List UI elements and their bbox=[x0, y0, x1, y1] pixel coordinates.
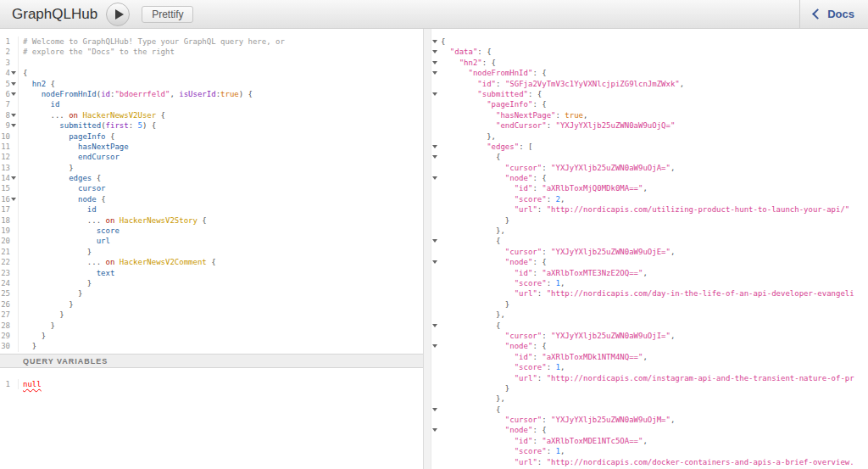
code-text: { bbox=[23, 68, 27, 78]
code-token: : { bbox=[477, 47, 491, 56]
code-token: : bbox=[547, 121, 556, 130]
variables-editor[interactable]: 1null bbox=[0, 368, 423, 469]
code-text: id bbox=[23, 99, 59, 109]
code-text: } bbox=[23, 288, 82, 299]
code-text: "cursor": "YXJyYXljb25uZWN0aW9uOjA=", bbox=[441, 163, 675, 173]
fold-toggle[interactable] bbox=[431, 173, 441, 183]
fold-toggle[interactable] bbox=[10, 173, 19, 183]
fold-toggle[interactable] bbox=[10, 89, 19, 99]
fold-gutter bbox=[10, 379, 19, 389]
code-token: on bbox=[106, 216, 115, 225]
code-token: endCursor bbox=[78, 153, 120, 161]
code-token bbox=[441, 447, 515, 455]
code-token: ... bbox=[87, 216, 106, 225]
code-token: : bbox=[129, 121, 138, 130]
line-number: 2 bbox=[0, 47, 10, 57]
code-line: 26 } bbox=[0, 299, 423, 310]
prettify-button[interactable]: Prettify bbox=[142, 6, 193, 23]
fold-toggle[interactable] bbox=[431, 257, 441, 267]
line-number: 23 bbox=[0, 268, 10, 278]
fold-gutter bbox=[10, 226, 19, 236]
fold-toggle[interactable] bbox=[431, 405, 441, 415]
fold-toggle[interactable] bbox=[431, 321, 441, 331]
code-token: "aXRlbToxMDk1NTM4NQ==" bbox=[542, 353, 643, 361]
code-line: }, bbox=[431, 310, 868, 320]
fold-toggle[interactable] bbox=[10, 79, 19, 89]
code-line: 17 id bbox=[0, 204, 423, 215]
fold-gutter bbox=[431, 79, 441, 89]
code-text: "url": "http://nordicapis.com/day-in-the… bbox=[441, 288, 854, 299]
fold-toggle[interactable] bbox=[431, 89, 441, 99]
line-number: 28 bbox=[0, 321, 10, 331]
fold-toggle[interactable] bbox=[10, 120, 19, 131]
fold-arrow-icon bbox=[11, 176, 16, 180]
fold-toggle[interactable] bbox=[431, 152, 441, 162]
code-token: "submitted" bbox=[477, 90, 528, 98]
fold-toggle[interactable] bbox=[10, 110, 19, 120]
code-token: { bbox=[156, 111, 165, 120]
docs-button[interactable]: Docs bbox=[799, 0, 868, 28]
code-line: "nodeFromHnId": { bbox=[431, 68, 868, 78]
code-token: "YXJyYXljb25uZWN0aW9uOjM=" bbox=[551, 416, 670, 424]
fold-toggle[interactable] bbox=[431, 68, 441, 78]
code-text: "id": "SGFja2VyTmV3c1YyVXNlcjpiZG9lcnJmZ… bbox=[441, 79, 684, 89]
code-text: } bbox=[441, 299, 509, 310]
code-token: , bbox=[560, 363, 565, 371]
code-token: isUserId bbox=[179, 90, 215, 98]
fold-gutter bbox=[431, 215, 441, 226]
code-token: } bbox=[78, 289, 82, 298]
code-token: , bbox=[560, 447, 565, 455]
code-text: } bbox=[23, 163, 74, 173]
fold-toggle[interactable] bbox=[431, 142, 441, 152]
code-token: : { bbox=[532, 69, 546, 77]
fold-toggle[interactable] bbox=[431, 58, 441, 68]
code-token bbox=[441, 59, 459, 67]
query-variables-header[interactable]: QUERY VARIABLES bbox=[0, 354, 423, 368]
code-token: id bbox=[101, 90, 110, 98]
code-text: }, bbox=[441, 131, 496, 142]
fold-toggle[interactable] bbox=[431, 341, 441, 351]
code-token: : { bbox=[528, 90, 542, 98]
code-text: "id": "aXRlbToxMDE1NTc5OA==", bbox=[441, 436, 648, 446]
code-token: : bbox=[542, 248, 551, 256]
left-pane: 1# Welcome to GraphQLHub! Type your Grap… bbox=[0, 29, 423, 469]
code-token: { bbox=[496, 321, 500, 330]
fold-toggle[interactable] bbox=[431, 236, 441, 246]
code-token: : { bbox=[482, 59, 496, 67]
line-number: 6 bbox=[0, 89, 10, 99]
code-token bbox=[441, 384, 505, 393]
code-token bbox=[441, 164, 505, 172]
code-line: "pageInfo": { bbox=[431, 99, 868, 109]
code-token: : bbox=[547, 447, 556, 455]
code-text: "url": "http://nordicapis.com/docker-con… bbox=[441, 457, 854, 467]
code-token bbox=[23, 90, 42, 98]
code-token: }, bbox=[496, 394, 505, 403]
fold-gutter bbox=[431, 352, 441, 362]
code-token: , bbox=[560, 279, 565, 288]
fold-gutter bbox=[10, 247, 19, 257]
code-line: "node": { bbox=[431, 173, 868, 183]
fold-toggle[interactable] bbox=[431, 36, 441, 47]
fold-toggle[interactable] bbox=[431, 425, 441, 435]
query-editor[interactable]: 1# Welcome to GraphQLHub! Type your Grap… bbox=[0, 29, 423, 354]
code-token: } bbox=[505, 300, 509, 309]
code-token: , bbox=[643, 184, 647, 193]
code-token: true bbox=[565, 111, 583, 120]
code-token: "YXJyYXljb25uZWN0aW9uOjA=" bbox=[551, 164, 670, 172]
code-token: on bbox=[106, 258, 115, 266]
fold-toggle[interactable] bbox=[10, 68, 19, 78]
code-token: score bbox=[97, 226, 120, 235]
line-number: 11 bbox=[0, 142, 10, 152]
fold-gutter bbox=[10, 321, 19, 331]
fold-toggle[interactable] bbox=[10, 194, 19, 204]
code-text: null bbox=[23, 379, 42, 389]
code-text: } bbox=[23, 331, 46, 341]
fold-toggle[interactable] bbox=[431, 47, 441, 57]
code-text: { bbox=[441, 36, 445, 47]
pane-resizer[interactable] bbox=[423, 29, 431, 469]
fold-gutter bbox=[10, 204, 19, 215]
execute-button[interactable] bbox=[106, 3, 130, 26]
code-line: 1# Welcome to GraphQLHub! Type your Grap… bbox=[0, 36, 423, 47]
result-viewer[interactable]: { "data": { "hn2": { "nodeFromHnId": { "… bbox=[431, 29, 868, 469]
code-line: 21 } bbox=[0, 247, 423, 257]
